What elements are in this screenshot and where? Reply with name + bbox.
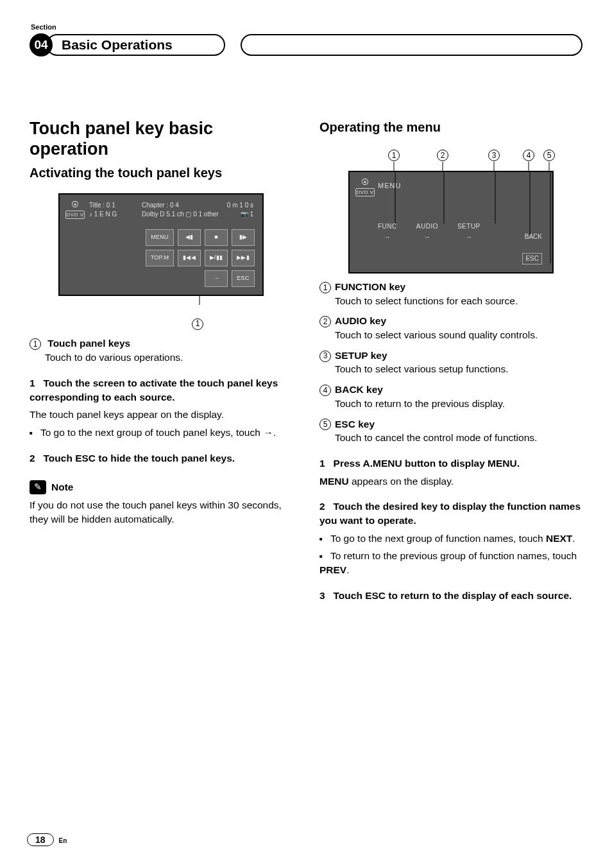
item-title: BACK key: [335, 384, 383, 395]
marker-1: 1: [388, 150, 400, 161]
touch-button-grid: MENU ◀▮ ■ ▮▶ TOP.M ▮◀◀ ▶/▮▮ ▶▶▮ → ESC: [146, 229, 255, 287]
chapter-title: Basic Operations: [46, 34, 225, 56]
play-pause-button[interactable]: ▶/▮▮: [205, 250, 228, 266]
r-step2-head: 2 Touch the desired key to display the f…: [319, 499, 582, 527]
step1-bullet: To go to the next group of touch panel k…: [30, 426, 293, 440]
page-number: 18: [27, 833, 54, 846]
circled-num-icon: 3: [319, 351, 331, 362]
ss1-time: 0 m 1 0 s 📷 1: [227, 201, 253, 219]
circled-num-icon: 4: [319, 385, 331, 396]
dvd-badge: ⦿ DVD V: [65, 200, 85, 219]
marker-3: 3: [488, 150, 500, 161]
item-title: FUNCTION key: [335, 281, 405, 292]
key-description-item: 3SETUP keyTouch to select various setup …: [319, 349, 582, 376]
item-body: Touch to select various sound quality co…: [319, 328, 582, 342]
key-description-item: 4BACK keyTouch to return to the previous…: [319, 383, 582, 410]
key-description-item: 1FUNCTION keyTouch to select functions f…: [319, 280, 582, 308]
circled-num-icon: 5: [319, 419, 331, 430]
prev-track-button[interactable]: ▮◀◀: [178, 250, 201, 266]
disc-icon: ⦿: [355, 177, 375, 188]
step-fwd-button[interactable]: ▮▶: [232, 229, 255, 246]
page-lang: En: [59, 837, 67, 844]
disc-icon: ⦿: [65, 200, 85, 211]
menu-screenshot: ⦿ DVD V MENU FUNC→ AUDIO→ SETUP→ BACK ES…: [348, 171, 554, 273]
step1-body: The touch panel keys appear on the displ…: [30, 408, 293, 422]
stop-button[interactable]: ■: [205, 229, 228, 246]
func-button[interactable]: FUNC→: [378, 222, 397, 242]
marker-2: 2: [437, 150, 448, 161]
touch-panel-screenshot: ⦿ DVD V Title : 0 1 ♪ 1 E N G Chapter : …: [58, 193, 264, 296]
marker-5: 5: [543, 150, 555, 161]
marker-row: 1 2 3 4 5: [342, 148, 560, 162]
circled-num-icon: 2: [319, 316, 331, 327]
note-body: If you do not use the touch panel keys w…: [30, 498, 293, 526]
step1-head: 1 Touch the screen to activate the touch…: [30, 376, 293, 404]
next-page-arrow-button[interactable]: →: [205, 270, 228, 287]
esc-button-2[interactable]: ESC: [522, 253, 542, 265]
r-step2-b2: To return to the previous group of funct…: [319, 549, 582, 577]
ss1-chapter: Chapter : 0 4 Dolby D 5.1 ch ▢ 0 1 other: [142, 201, 219, 219]
callout-svg: [52, 296, 270, 315]
circled-num-icon: 1: [319, 282, 331, 293]
key-description-item: 2AUDIO keyTouch to select various sound …: [319, 314, 582, 342]
r-step2-b1: To go to the next group of function name…: [319, 532, 582, 546]
back-button[interactable]: BACK: [525, 232, 542, 241]
top-menu-button[interactable]: TOP.M: [146, 250, 174, 266]
item-body: Touch to select various setup functions.: [319, 362, 582, 376]
step2-head: 2 Touch ESC to hide the touch panel keys…: [30, 451, 293, 465]
sub-heading: Activating the touch panel keys: [30, 164, 293, 182]
menu-label: MENU: [378, 181, 401, 191]
marker-lines: [342, 162, 560, 171]
item-body: Touch to select functions for each sourc…: [319, 294, 582, 308]
menu-button[interactable]: MENU: [146, 229, 174, 246]
step-back-button[interactable]: ◀▮: [178, 229, 201, 246]
key-description-item: 5ESC keyTouch to cancel the control mode…: [319, 417, 582, 445]
item-title: ESC key: [335, 419, 375, 430]
note-icon: ✎: [30, 480, 46, 494]
page-footer: 18 En: [27, 833, 67, 846]
ss1-title: Title : 0 1 ♪ 1 E N G: [89, 201, 117, 219]
right-arrow-icon: →: [263, 427, 273, 438]
callout-1: 1: [106, 317, 293, 331]
right-heading: Operating the menu: [319, 118, 582, 136]
esc-button[interactable]: ESC: [232, 270, 255, 287]
item-title: SETUP key: [335, 350, 387, 361]
next-track-button[interactable]: ▶▶▮: [232, 250, 255, 266]
page-header: 04 Basic Operations: [30, 33, 582, 56]
left-column: Touch panel key basic operation Activati…: [30, 118, 293, 606]
item-body: Touch to cancel the control mode of func…: [319, 431, 582, 445]
item-title: AUDIO key: [335, 315, 386, 326]
r-step3-head: 3 Touch ESC to return to the display of …: [319, 589, 582, 603]
right-column: Operating the menu 1 2 3 4 5: [319, 118, 582, 606]
setup-button[interactable]: SETUP→: [457, 222, 480, 242]
item1-body: Touch to do various operations.: [30, 351, 293, 365]
item1-title: Touch panel keys: [47, 338, 130, 349]
item-body: Touch to return to the previous display.: [319, 397, 582, 411]
audio-button[interactable]: AUDIO→: [416, 222, 438, 242]
marker-4: 4: [523, 150, 534, 161]
header-spacer-pill: [241, 34, 582, 56]
circled-1-icon: 1: [30, 338, 41, 350]
r-step1-body: MENU appears on the display.: [319, 474, 582, 489]
dvd-badge-2: ⦿ DVD V: [355, 177, 375, 196]
section-number-badge: 04: [30, 33, 53, 56]
section-label: Section: [31, 23, 582, 31]
main-heading: Touch panel key basic operation: [30, 118, 293, 160]
note-label: Note: [51, 480, 73, 494]
r-step1-head: 1 Press A.MENU button to display MENU.: [319, 456, 582, 471]
